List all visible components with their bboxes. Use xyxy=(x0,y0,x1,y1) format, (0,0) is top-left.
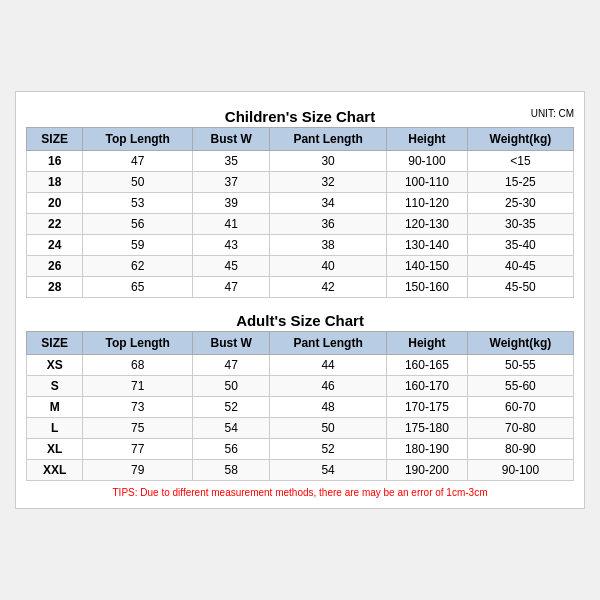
table-cell: 70-80 xyxy=(467,418,573,439)
adult-table: SIZE Top Length Bust W Pant Length Heigh… xyxy=(26,331,574,481)
table-cell: 150-160 xyxy=(386,277,467,298)
table-cell: 50 xyxy=(83,172,193,193)
adult-header-row: SIZE Top Length Bust W Pant Length Heigh… xyxy=(27,332,574,355)
children-col-pant-length: Pant Length xyxy=(270,128,387,151)
table-cell: 38 xyxy=(270,235,387,256)
table-row: 18503732100-11015-25 xyxy=(27,172,574,193)
table-cell: 43 xyxy=(193,235,270,256)
table-cell: 110-120 xyxy=(386,193,467,214)
table-cell: 160-170 xyxy=(386,376,467,397)
table-cell: 50 xyxy=(193,376,270,397)
table-cell: 40-45 xyxy=(467,256,573,277)
table-cell: 90-100 xyxy=(386,151,467,172)
table-cell: 24 xyxy=(27,235,83,256)
adult-title: Adult's Size Chart xyxy=(236,312,364,329)
table-cell: 55-60 xyxy=(467,376,573,397)
adult-col-weight: Weight(kg) xyxy=(467,332,573,355)
children-header-row: SIZE Top Length Bust W Pant Length Heigh… xyxy=(27,128,574,151)
table-cell: 28 xyxy=(27,277,83,298)
table-cell: 36 xyxy=(270,214,387,235)
table-cell: 45-50 xyxy=(467,277,573,298)
unit-label: UNIT: CM xyxy=(531,108,574,119)
table-cell: 52 xyxy=(193,397,270,418)
table-cell: S xyxy=(27,376,83,397)
table-row: 26624540140-15040-45 xyxy=(27,256,574,277)
table-cell: 75 xyxy=(83,418,193,439)
table-cell: 59 xyxy=(83,235,193,256)
adult-col-bust-w: Bust W xyxy=(193,332,270,355)
table-cell: 90-100 xyxy=(467,460,573,481)
table-cell: 20 xyxy=(27,193,83,214)
table-cell: 100-110 xyxy=(386,172,467,193)
table-cell: 44 xyxy=(270,355,387,376)
table-cell: 53 xyxy=(83,193,193,214)
adult-col-top-length: Top Length xyxy=(83,332,193,355)
children-title: Children's Size Chart xyxy=(225,108,375,125)
table-cell: 54 xyxy=(270,460,387,481)
children-col-height: Height xyxy=(386,128,467,151)
table-cell: 46 xyxy=(270,376,387,397)
table-cell: 30-35 xyxy=(467,214,573,235)
table-row: XL775652180-19080-90 xyxy=(27,439,574,460)
table-cell: 80-90 xyxy=(467,439,573,460)
table-row: 1647353090-100<15 xyxy=(27,151,574,172)
table-cell: 79 xyxy=(83,460,193,481)
table-row: XS684744160-16550-55 xyxy=(27,355,574,376)
table-cell: 71 xyxy=(83,376,193,397)
table-cell: 56 xyxy=(83,214,193,235)
table-cell: 50 xyxy=(270,418,387,439)
children-col-weight: Weight(kg) xyxy=(467,128,573,151)
table-cell: 54 xyxy=(193,418,270,439)
table-cell: 30 xyxy=(270,151,387,172)
table-row: 28654742150-16045-50 xyxy=(27,277,574,298)
table-cell: 50-55 xyxy=(467,355,573,376)
adult-col-size: SIZE xyxy=(27,332,83,355)
table-cell: 170-175 xyxy=(386,397,467,418)
table-cell: 65 xyxy=(83,277,193,298)
table-cell: 190-200 xyxy=(386,460,467,481)
chart-container: Children's Size Chart UNIT: CM SIZE Top … xyxy=(15,91,585,509)
table-row: 20533934110-12025-30 xyxy=(27,193,574,214)
children-col-bust-w: Bust W xyxy=(193,128,270,151)
table-cell: 47 xyxy=(193,355,270,376)
table-cell: 47 xyxy=(83,151,193,172)
table-cell: 56 xyxy=(193,439,270,460)
table-cell: 175-180 xyxy=(386,418,467,439)
table-row: 22564136120-13030-35 xyxy=(27,214,574,235)
table-cell: XXL xyxy=(27,460,83,481)
table-row: L755450175-18070-80 xyxy=(27,418,574,439)
table-cell: <15 xyxy=(467,151,573,172)
table-cell: L xyxy=(27,418,83,439)
children-col-top-length: Top Length xyxy=(83,128,193,151)
table-cell: 15-25 xyxy=(467,172,573,193)
table-cell: 160-165 xyxy=(386,355,467,376)
table-cell: 140-150 xyxy=(386,256,467,277)
table-row: 24594338130-14035-40 xyxy=(27,235,574,256)
table-cell: XL xyxy=(27,439,83,460)
table-cell: 34 xyxy=(270,193,387,214)
table-cell: 25-30 xyxy=(467,193,573,214)
table-cell: 37 xyxy=(193,172,270,193)
table-row: XXL795854190-20090-100 xyxy=(27,460,574,481)
table-cell: 77 xyxy=(83,439,193,460)
table-cell: 60-70 xyxy=(467,397,573,418)
table-cell: 26 xyxy=(27,256,83,277)
table-cell: 16 xyxy=(27,151,83,172)
children-section-title: Children's Size Chart UNIT: CM xyxy=(26,102,574,127)
table-row: M735248170-17560-70 xyxy=(27,397,574,418)
table-cell: 68 xyxy=(83,355,193,376)
table-cell: 62 xyxy=(83,256,193,277)
table-cell: 41 xyxy=(193,214,270,235)
table-cell: 22 xyxy=(27,214,83,235)
table-cell: 58 xyxy=(193,460,270,481)
table-cell: 45 xyxy=(193,256,270,277)
table-cell: 130-140 xyxy=(386,235,467,256)
table-row: S715046160-17055-60 xyxy=(27,376,574,397)
table-cell: 32 xyxy=(270,172,387,193)
adult-col-height: Height xyxy=(386,332,467,355)
children-table: SIZE Top Length Bust W Pant Length Heigh… xyxy=(26,127,574,298)
table-cell: 120-130 xyxy=(386,214,467,235)
table-cell: 39 xyxy=(193,193,270,214)
adult-section-title: Adult's Size Chart xyxy=(26,306,574,331)
table-cell: 52 xyxy=(270,439,387,460)
